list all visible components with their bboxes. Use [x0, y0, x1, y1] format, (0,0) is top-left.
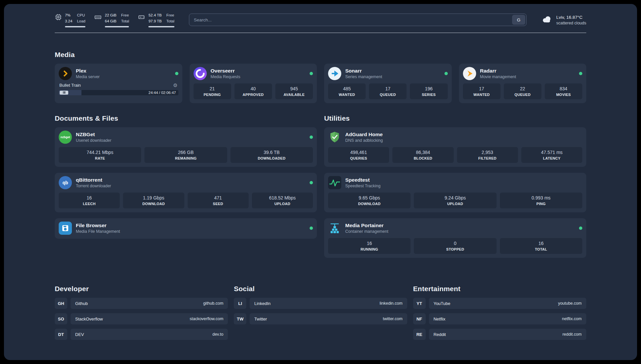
cpu-usage-bar	[65, 26, 85, 27]
service-name: NZBGet	[76, 132, 111, 137]
weather-location: Lviv, 16.87°C	[556, 14, 586, 21]
bookmark-dev[interactable]: DT DEV dev.to	[55, 329, 228, 340]
now-playing-title: Bullet Train	[59, 83, 81, 88]
service-subtitle: DNS and adblocking	[345, 138, 383, 143]
system-health-widgets: 7% 3.24 CPU Load	[55, 13, 174, 27]
sonarr-icon	[328, 67, 341, 80]
stat-tile: 40APPROVED	[234, 83, 272, 99]
playback-seek-bar[interactable]: 24:44 / 02:06:47	[59, 90, 178, 95]
stat-tile: 86,384BLOCKED	[392, 147, 453, 163]
bookmark-name: Twitter	[254, 317, 267, 321]
cpu-label-bottom: Load	[77, 18, 85, 24]
service-name: Speedtest	[345, 177, 381, 183]
service-subtitle: Series management	[345, 75, 382, 79]
cloud-icon	[541, 14, 553, 25]
stat-tile: 39.6 TBDOWNLOADED	[230, 147, 313, 163]
service-name: AdGuard Home	[345, 132, 383, 137]
section-media: Media Plex Media server Bullet	[55, 51, 586, 103]
overseerr-icon	[194, 67, 207, 80]
bookmark-abbr: LI	[234, 298, 246, 309]
service-card-radarr[interactable]: Radarr Movie management 17WANTED 22QUEUE…	[459, 64, 587, 103]
status-dot	[579, 227, 582, 230]
cpu-usage-value: 7%	[65, 13, 72, 18]
weather-widget: Lviv, 16.87°C scattered clouds	[541, 14, 586, 25]
pause-button[interactable]	[60, 91, 68, 95]
section-title-social: Social	[234, 285, 407, 293]
storage-total-value: 97.9 TB	[148, 18, 162, 24]
stat-tile: 744.21 MbpsRATE	[59, 147, 141, 163]
header-divider	[55, 33, 586, 33]
stat-tile: 0STOPPED	[414, 238, 496, 254]
service-card-portainer[interactable]: Media Portainer Container management 16R…	[324, 218, 586, 258]
speedtest-icon	[328, 176, 341, 189]
service-card-overseerr[interactable]: Overseerr Media Requests 21PENDING 40APP…	[190, 64, 317, 103]
bookmark-abbr: DT	[55, 329, 67, 340]
bookmark-domain: dev.to	[212, 332, 223, 337]
bookmark-github[interactable]: GH Github github.com	[55, 298, 228, 309]
service-subtitle: Media File Management	[76, 229, 120, 234]
section-title-entertainment: Entertainment	[413, 285, 586, 293]
service-name: qBittorrent	[76, 177, 111, 183]
memory-free-value: 22 GiB	[105, 13, 116, 18]
plex-now-playing: Bullet Train ⚙ 24:44 / 02:06:47	[59, 83, 178, 95]
status-dot	[444, 72, 448, 75]
service-card-adguard[interactable]: AdGuard Home DNS and adblocking 498,461Q…	[324, 127, 586, 167]
section-bookmarks: Developer GH Github github.com SO StackO…	[55, 285, 586, 357]
stat-tile: 16TOTAL	[500, 238, 582, 254]
radarr-icon	[463, 67, 476, 80]
search-input[interactable]	[194, 17, 512, 22]
stat-tile: 17WANTED	[463, 83, 501, 99]
service-card-plex[interactable]: Plex Media server Bullet Train ⚙ 24:44 /…	[55, 64, 182, 103]
stat-tile: 1.19 GbpsDOWNLOAD	[123, 193, 184, 208]
service-card-nzbget[interactable]: nzbget NZBGet Usenet downloader 744.21 M…	[55, 127, 317, 167]
stat-tile: 47.571 msLATENCY	[521, 147, 582, 163]
bookmark-abbr: SO	[55, 313, 67, 324]
qbittorrent-icon-text: qb	[62, 180, 68, 185]
bookmark-domain: youtube.com	[558, 301, 582, 306]
memory-total-value: 64 GiB	[105, 18, 116, 24]
storage-label-top: Free	[167, 13, 174, 18]
stat-tile: 834MOVIES	[545, 83, 582, 99]
bookmark-stackoverflow[interactable]: SO StackOverflow stackoverflow.com	[55, 313, 228, 324]
service-card-qbittorrent[interactable]: qb qBittorrent Torrent downloader 16LEEC…	[55, 173, 317, 212]
bookmark-netflix[interactable]: NF Netflix netflix.com	[413, 313, 586, 324]
stat-tile: 196SERIES	[410, 83, 447, 99]
qbittorrent-icon: qb	[59, 176, 72, 189]
bookmark-name: Netflix	[434, 317, 445, 321]
bookmark-reddit[interactable]: RE Reddit reddit.com	[413, 329, 586, 340]
bookmark-domain: github.com	[203, 301, 223, 306]
service-subtitle: Torrent downloader	[76, 184, 111, 188]
stat-tile: 485WANTED	[328, 83, 366, 99]
top-bar: 7% 3.24 CPU Load	[55, 13, 586, 27]
service-card-filebrowser[interactable]: File Browser Media File Management	[55, 218, 317, 239]
memory-icon	[94, 14, 102, 27]
cpu-widget: 7% 3.24 CPU Load	[55, 13, 85, 27]
stat-tile: 9.24 GbpsUPLOAD	[414, 193, 496, 208]
stat-tile: 16RUNNING	[328, 238, 411, 254]
storage-label-bottom: Total	[167, 18, 174, 24]
bookmark-abbr: GH	[55, 298, 67, 309]
service-card-sonarr[interactable]: Sonarr Series management 485WANTED 17QUE…	[324, 64, 452, 103]
dashboard-page: 7% 3.24 CPU Load	[4, 4, 637, 360]
bookmark-abbr: TW	[234, 313, 246, 324]
bookmark-group-social: Social LI LinkedIn linkedin.com TW Twitt…	[234, 285, 407, 344]
bookmark-name: YouTube	[434, 301, 450, 306]
adguard-icon	[328, 131, 341, 144]
bookmark-abbr: YT	[413, 298, 426, 309]
plex-icon	[59, 67, 72, 80]
playback-time: 24:44 / 02:06:47	[148, 91, 176, 95]
bookmark-abbr: NF	[413, 313, 426, 324]
stat-tile: 471SEED	[188, 193, 249, 208]
bookmark-linkedin[interactable]: LI LinkedIn linkedin.com	[234, 298, 407, 309]
memory-usage-bar	[105, 26, 129, 27]
service-card-speedtest[interactable]: Speedtest Speedtest Tracking 9.65 GbpsDO…	[324, 173, 586, 212]
service-subtitle: Movie management	[480, 75, 516, 79]
stat-tile: 22QUEUED	[504, 83, 541, 99]
cpu-label-top: CPU	[77, 13, 85, 18]
search-engine-button[interactable]: G	[512, 15, 525, 25]
bookmark-twitter[interactable]: TW Twitter twitter.com	[234, 313, 407, 324]
service-subtitle: Usenet downloader	[76, 138, 111, 143]
gear-icon[interactable]: ⚙	[173, 83, 177, 88]
bookmark-youtube[interactable]: YT YouTube youtube.com	[413, 298, 586, 309]
bookmark-name: StackOverflow	[75, 317, 103, 321]
